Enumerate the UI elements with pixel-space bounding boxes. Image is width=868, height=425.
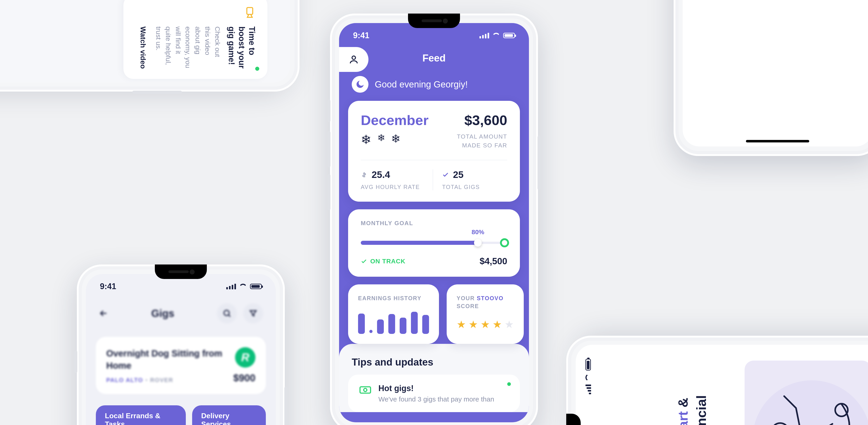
- tip-title: Time to boost your gig game!: [226, 26, 257, 69]
- svg-rect-2: [247, 7, 253, 14]
- battery-icon: [585, 359, 591, 370]
- total-gigs-label: TOTAL GIGS: [442, 184, 507, 190]
- snowflake-icon: ❄❄❄: [361, 132, 429, 147]
- avg-hourly-value: 25.4: [372, 169, 390, 180]
- goal-end-marker: [500, 238, 509, 247]
- tip-card[interactable]: Time to boost your gig game! Check out t…: [124, 0, 268, 79]
- status-time: 9:41: [100, 282, 116, 291]
- video-icon: [243, 5, 257, 20]
- cash-icon: [359, 384, 372, 396]
- phone-tips: Maximize your earnings Here is a tip. We…: [0, 0, 300, 92]
- filter-chip[interactable]: Delivery Services: [192, 405, 266, 425]
- svg-point-7: [224, 310, 229, 315]
- battery-icon: [503, 33, 515, 38]
- score-title: YOUR STOOVOSCORE: [457, 294, 514, 310]
- total-amount: $3,600: [457, 112, 507, 128]
- filter-chips: Local Errands & Tasks Delivery Services: [86, 399, 276, 425]
- greeting-row: Good evening Georgiy!: [339, 70, 529, 101]
- score-stars: ★★★★★: [457, 318, 514, 331]
- earnings-bars: [358, 309, 429, 334]
- avg-hourly-label: AVG HOURLY RATE: [361, 184, 426, 190]
- gig-card[interactable]: Overnight Dog Sitting from Home PALO ALT…: [96, 337, 266, 394]
- goal-thumb[interactable]: [474, 239, 482, 247]
- onboarding-headline: Work hard smart & meet your financial go…: [674, 361, 729, 425]
- unread-dot: [507, 382, 511, 386]
- total-amount-label: TOTAL AMOUNTMADE SO FAR: [457, 132, 507, 150]
- wifi-icon: [492, 33, 500, 38]
- goal-percent: 80%: [471, 229, 484, 236]
- signal-icon: [479, 33, 489, 38]
- battery-icon: [250, 284, 262, 289]
- hot-gigs-title: Hot gigs!: [378, 384, 494, 393]
- svg-point-3: [352, 56, 355, 59]
- check-icon: [442, 171, 449, 178]
- total-gigs-value: 25: [453, 169, 464, 180]
- phone-onboarding: 9:41 Work hard smart & meet your financi…: [566, 336, 868, 425]
- back-button[interactable]: [98, 308, 108, 318]
- wifi-icon: [239, 284, 247, 289]
- phone-feed: 9:41 Feed Good evening Georgiy!: [330, 13, 538, 425]
- wifi-icon: [585, 374, 591, 382]
- page-title: Gigs: [151, 307, 174, 320]
- signal-icon: [585, 385, 591, 394]
- tips-section-title: Tips and updates: [339, 346, 529, 374]
- earnings-history-card[interactable]: EARNINGS HISTORY: [348, 284, 439, 344]
- status-bar: 9:41: [86, 282, 276, 291]
- dollar-icon: [361, 171, 368, 178]
- hot-gigs-desc: We've found 3 gigs that pay more than: [378, 395, 494, 403]
- goal-progress[interactable]: 80%: [361, 239, 507, 246]
- status-time: 9:41: [353, 31, 369, 40]
- gig-company-logo: R: [235, 347, 255, 368]
- greeting-text: Good evening Georgiy!: [375, 79, 468, 90]
- hot-gigs-card[interactable]: Hot gigs! We've found 3 gigs that pay mo…: [348, 374, 520, 412]
- score-card[interactable]: YOUR STOOVOSCORE ★★★★★: [447, 284, 524, 344]
- goal-title: MONTHLY GOAL: [361, 220, 507, 227]
- signal-icon: [226, 284, 236, 290]
- svg-rect-4: [360, 387, 371, 393]
- gig-title: Overnight Dog Sitting from Home: [106, 347, 226, 372]
- summary-month: December: [361, 112, 429, 128]
- phone-stats: 10 TOTAL HOURS WORKED 13 GIGS COMPLETED …: [674, 0, 868, 156]
- gig-price: $900: [233, 372, 255, 384]
- tip-text: Check out this video about gig economy, …: [154, 26, 223, 69]
- moon-icon: [352, 76, 368, 93]
- status-bar: 9:41: [339, 31, 529, 40]
- status-bar: 9:41: [583, 345, 593, 425]
- goal-card[interactable]: MONTHLY GOAL 80% ON TRACK $4,500: [348, 209, 520, 277]
- goal-status: ON TRACK: [361, 258, 405, 265]
- onboarding-illustration: [745, 361, 868, 425]
- gig-meta: PALO ALTO•ROVER: [106, 376, 226, 384]
- search-button[interactable]: [217, 303, 237, 323]
- tip-cta[interactable]: Watch video: [139, 26, 147, 69]
- unread-dot: [255, 67, 259, 71]
- filter-chip[interactable]: Local Errands & Tasks: [96, 405, 186, 425]
- filter-button[interactable]: [243, 303, 263, 323]
- svg-point-8: [752, 381, 868, 425]
- svg-point-5: [364, 388, 367, 392]
- goal-target: $4,500: [480, 256, 507, 266]
- summary-card[interactable]: December ❄❄❄ $3,600 TOTAL AMOUNTMADE SO …: [348, 101, 520, 202]
- earnings-history-title: EARNINGS HISTORY: [358, 294, 429, 302]
- profile-button[interactable]: [339, 47, 368, 72]
- phone-gigs: 9:41 Gigs Overnight Dog Sitting: [77, 265, 285, 425]
